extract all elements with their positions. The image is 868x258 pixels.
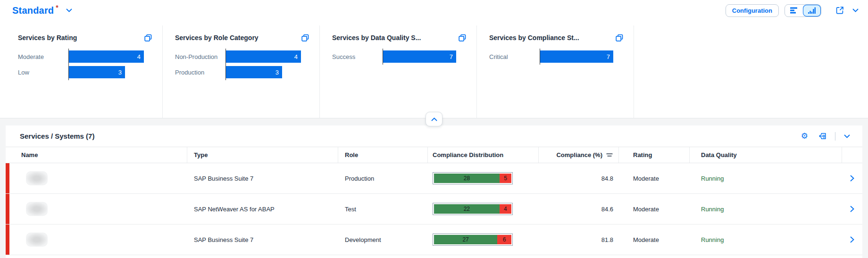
noncompliant-count: 4 bbox=[504, 206, 507, 212]
role-cell: Production bbox=[338, 175, 428, 182]
card-title: Services by Rating bbox=[18, 34, 77, 42]
column-header-compliance-distribution[interactable]: Compliance Distribution bbox=[428, 147, 539, 163]
table-menu-button[interactable] bbox=[842, 133, 852, 140]
bar-track: 7 bbox=[540, 50, 613, 63]
compliant-count: 28 bbox=[464, 175, 470, 182]
open-detail-button[interactable] bbox=[458, 34, 467, 43]
name-cell bbox=[9, 233, 187, 247]
compliance-distribution-cell: 28 5 bbox=[428, 172, 539, 184]
gear-icon: ⚙ bbox=[801, 132, 808, 140]
bar[interactable]: 4 bbox=[225, 50, 301, 63]
compliance-distribution-cell: 27 6 bbox=[428, 233, 539, 246]
bar-chart: Non-Production 4 Production 3 bbox=[175, 50, 310, 78]
bar[interactable]: 3 bbox=[225, 66, 282, 78]
column-chart-view-button[interactable] bbox=[803, 5, 821, 17]
bar-row: Critical 7 bbox=[489, 50, 624, 63]
column-header-rating[interactable]: Rating bbox=[619, 147, 690, 163]
bar-category-label: Critical bbox=[489, 53, 540, 60]
table-row[interactable]: SAP Business Suite 7 Development 27 6 81… bbox=[6, 225, 862, 255]
column-header-name[interactable]: Name bbox=[9, 147, 187, 163]
card-title: Services by Data Quality S... bbox=[332, 34, 421, 42]
compliance-pct-cell: 81.8 bbox=[539, 236, 619, 243]
chevron-down-icon bbox=[852, 8, 859, 12]
compliance-distribution-bar: 27 6 bbox=[433, 233, 513, 246]
variant-title-group: Standard * bbox=[12, 5, 74, 16]
column-header-compliance-pct[interactable]: Compliance (%) bbox=[539, 147, 619, 163]
bar[interactable]: 7 bbox=[540, 50, 613, 63]
bar-row: Non-Production 4 bbox=[175, 50, 310, 63]
noncompliant-segment: 4 bbox=[500, 204, 511, 214]
name-cell bbox=[9, 171, 187, 185]
bar-track: 7 bbox=[383, 50, 456, 63]
table-row[interactable]: SAP NetWeaver AS for ABAP Test 22 4 84.6… bbox=[6, 194, 862, 225]
open-detail-button[interactable] bbox=[143, 34, 153, 43]
open-detail-button[interactable] bbox=[300, 34, 310, 43]
table-row[interactable]: SAP Business Suite 7 Production 28 5 84.… bbox=[6, 163, 862, 194]
table-column-headers: Name Type Role Compliance Distribution C… bbox=[6, 147, 862, 163]
chevron-right-icon bbox=[850, 206, 854, 212]
horizontal-bar-view-button[interactable] bbox=[785, 5, 803, 17]
share-button[interactable] bbox=[834, 4, 846, 17]
bar-chart: Success 7 bbox=[332, 50, 467, 63]
services-table-card: Services / Systems (7) ⚙ Name Type Role … bbox=[6, 125, 862, 258]
card-head: Services by Rating bbox=[18, 34, 153, 43]
open-detail-button[interactable] bbox=[615, 34, 624, 43]
noncompliant-segment: 5 bbox=[500, 174, 511, 183]
chevron-right-icon bbox=[850, 236, 854, 243]
bar-track: 4 bbox=[68, 50, 144, 63]
bar-category-label: Low bbox=[18, 69, 68, 76]
share-export-icon bbox=[835, 6, 844, 15]
bar-track: 4 bbox=[225, 50, 301, 63]
charts-panel: Services by Rating Moderate 4 Low 3 bbox=[6, 25, 634, 118]
chart-type-segmented-control bbox=[785, 4, 821, 17]
configuration-button[interactable]: Configuration bbox=[726, 4, 779, 17]
criticality-indicator bbox=[6, 194, 9, 224]
bar-category-label: Production bbox=[175, 69, 225, 76]
noncompliant-count: 5 bbox=[504, 175, 507, 182]
collapse-charts-button[interactable] bbox=[426, 112, 442, 126]
noncompliant-segment: 6 bbox=[497, 235, 511, 244]
row-navigation[interactable] bbox=[842, 175, 862, 182]
table-settings-button[interactable]: ⚙ bbox=[799, 130, 810, 142]
bar-chart: Moderate 4 Low 3 bbox=[18, 50, 153, 78]
redacted-name bbox=[26, 202, 48, 216]
bar-row: Production 3 bbox=[175, 66, 310, 78]
export-spreadsheet-button[interactable] bbox=[817, 130, 828, 142]
column-header-role[interactable]: Role bbox=[338, 147, 428, 163]
sort-indicator-icon bbox=[606, 153, 613, 157]
compliance-distribution-cell: 22 4 bbox=[428, 203, 539, 215]
page-title: Standard bbox=[12, 5, 54, 16]
row-navigation[interactable] bbox=[842, 236, 862, 243]
row-navigation[interactable] bbox=[842, 206, 862, 212]
variant-selector-button[interactable] bbox=[64, 7, 74, 14]
bar-chart: Critical 7 bbox=[489, 50, 624, 63]
data-quality-cell: Running bbox=[690, 236, 842, 243]
overlap-windows-icon bbox=[616, 34, 623, 42]
bar[interactable]: 4 bbox=[68, 50, 144, 63]
card-head: Services by Compliance St... bbox=[489, 34, 624, 43]
compliant-count: 27 bbox=[462, 236, 468, 243]
redacted-name bbox=[26, 233, 48, 247]
card-title: Services by Role Category bbox=[175, 34, 259, 42]
bar-row: Success 7 bbox=[332, 50, 467, 63]
name-cell bbox=[9, 202, 187, 216]
bar[interactable]: 3 bbox=[68, 66, 125, 78]
bar[interactable]: 7 bbox=[383, 50, 456, 63]
chart-card-compliance-status: Services by Compliance St... Critical 7 bbox=[477, 25, 634, 118]
chart-card-rating: Services by Rating Moderate 4 Low 3 bbox=[6, 25, 163, 118]
bar-value: 3 bbox=[118, 69, 122, 76]
bar-track: 3 bbox=[68, 66, 125, 78]
compliance-distribution-bar: 22 4 bbox=[433, 203, 513, 215]
rating-cell: Moderate bbox=[619, 206, 690, 213]
compliant-segment: 22 bbox=[434, 204, 500, 214]
dashboard-page: Standard * Configuration bbox=[0, 0, 868, 258]
chevron-up-icon bbox=[431, 117, 437, 121]
role-cell: Test bbox=[338, 206, 428, 213]
redacted-name bbox=[26, 171, 48, 185]
table-title: Services / Systems (7) bbox=[20, 132, 94, 140]
column-header-type[interactable]: Type bbox=[187, 147, 338, 163]
bar-value: 4 bbox=[294, 53, 298, 60]
column-header-data-quality[interactable]: Data Quality bbox=[690, 147, 842, 163]
header-menu-button[interactable] bbox=[851, 7, 860, 14]
navigation-column-header bbox=[842, 147, 862, 163]
